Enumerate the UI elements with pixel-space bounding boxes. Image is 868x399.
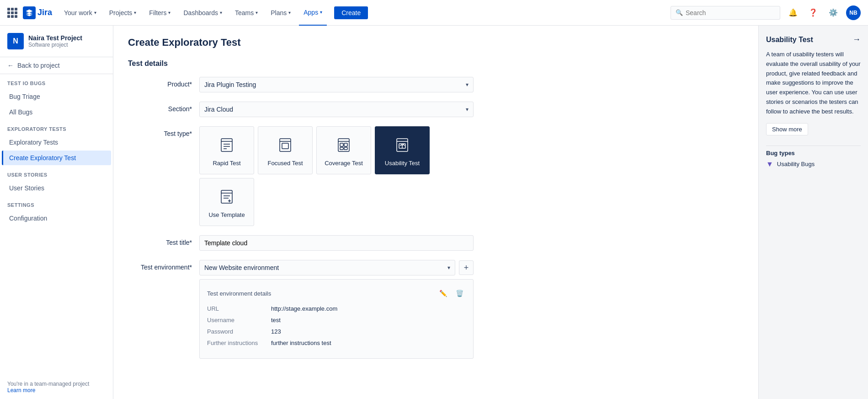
test-type-template[interactable]: Use Template xyxy=(199,178,254,226)
form-row-test-env: Test environment* New Website environmen… xyxy=(128,260,744,359)
use-template-icon xyxy=(216,186,238,208)
chevron-down-icon: ▾ xyxy=(168,10,170,15)
chevron-down-icon: ▾ xyxy=(466,81,469,88)
nav-filters[interactable]: Filters ▾ xyxy=(144,0,175,26)
env-field-url: URL http://stage.example.com xyxy=(207,305,466,312)
form-row-test-type: Test type* xyxy=(128,126,744,226)
sidebar-footer: You're in a team-managed project Learn m… xyxy=(0,375,113,399)
env-field-username: Username test xyxy=(207,317,466,324)
chevron-down-icon: ▾ xyxy=(220,10,222,15)
test-title-label: Test title* xyxy=(128,235,192,246)
search-icon: 🔍 xyxy=(676,9,683,16)
main-layout: N Naira Test Project Software project ← … xyxy=(0,26,868,399)
env-select[interactable]: New Website environment ▾ xyxy=(199,260,455,275)
create-button[interactable]: Create xyxy=(334,6,368,19)
env-edit-button[interactable]: ✏️ xyxy=(437,287,449,300)
usability-test-icon xyxy=(391,134,413,156)
sidebar-item-user-stories[interactable]: User Stories xyxy=(2,181,111,195)
sidebar: N Naira Test Project Software project ← … xyxy=(0,26,113,399)
nav-left: Jira Your work ▾ Projects ▾ Filters ▾ Da… xyxy=(7,0,368,26)
jira-logo[interactable]: Jira xyxy=(23,6,52,19)
bug-types-title: Bug types xyxy=(766,150,861,156)
right-panel-divider xyxy=(766,146,861,146)
sidebar-item-bug-triage[interactable]: Bug Triage xyxy=(2,89,111,104)
learn-more-link[interactable]: Learn more xyxy=(7,387,35,394)
env-details-title: Test environment details xyxy=(207,290,271,297)
topnav: Jira Your work ▾ Projects ▾ Filters ▾ Da… xyxy=(0,0,868,26)
show-more-button[interactable]: Show more xyxy=(766,123,808,135)
sidebar-item-configuration[interactable]: Configuration xyxy=(2,211,111,226)
svg-rect-7 xyxy=(282,143,288,149)
search-box[interactable]: 🔍 xyxy=(671,6,780,20)
rapid-test-label: Rapid Test xyxy=(213,160,240,167)
chevron-down-icon: ▾ xyxy=(447,264,450,271)
svg-rect-5 xyxy=(280,139,291,151)
nav-plans[interactable]: Plans ▾ xyxy=(266,0,295,26)
right-panel-header: Usability Test → xyxy=(766,35,861,44)
env-field-password: Password 123 xyxy=(207,328,466,335)
search-input[interactable] xyxy=(686,9,775,16)
project-icon: N xyxy=(7,33,24,49)
nav-projects[interactable]: Projects ▾ xyxy=(105,0,141,26)
test-type-focused[interactable]: Focused Test xyxy=(258,126,313,174)
help-button[interactable]: ❓ xyxy=(806,5,820,20)
use-template-label: Use Template xyxy=(208,211,245,218)
env-delete-button[interactable]: 🗑️ xyxy=(453,287,466,300)
sidebar-item-exploratory-tests[interactable]: Exploratory Tests xyxy=(2,135,111,150)
svg-rect-12 xyxy=(340,147,343,150)
nav-right: 🔍 🔔 ❓ ⚙️ NB xyxy=(671,5,861,20)
chevron-down-icon: ▾ xyxy=(288,10,291,15)
sidebar-section-exploratory: EXPLORATORY TESTS xyxy=(0,120,113,135)
coverage-test-icon xyxy=(333,134,355,156)
section-field: Jira Cloud ▾ xyxy=(199,102,474,117)
sidebar-item-all-bugs[interactable]: All Bugs xyxy=(2,105,111,119)
svg-rect-18 xyxy=(221,190,232,203)
nav-your-work[interactable]: Your work ▾ xyxy=(59,0,101,26)
sidebar-project-header: N Naira Test Project Software project xyxy=(0,26,113,57)
back-to-project[interactable]: ← Back to project xyxy=(0,57,113,74)
right-panel: Usability Test → A team of usability tes… xyxy=(758,26,868,399)
env-add-button[interactable]: + xyxy=(459,260,474,275)
test-types-group: Rapid Test Focused Test xyxy=(199,126,474,226)
focused-test-icon xyxy=(274,134,296,156)
product-select[interactable]: Jira Plugin Testing ▾ xyxy=(199,77,474,92)
test-type-label: Test type* xyxy=(128,126,192,137)
notifications-button[interactable]: 🔔 xyxy=(786,5,800,20)
svg-rect-13 xyxy=(344,147,347,150)
chevron-down-icon: ▾ xyxy=(320,10,322,15)
nav-apps[interactable]: Apps ▾ xyxy=(299,0,327,26)
apps-grid-icon[interactable] xyxy=(7,8,17,18)
svg-rect-10 xyxy=(340,143,343,146)
usability-test-label: Usability Test xyxy=(385,160,420,167)
sidebar-section-settings: SETTINGS xyxy=(0,196,113,210)
test-type-coverage[interactable]: Coverage Test xyxy=(316,126,371,174)
bug-type-usability: ▼ Usability Bugs xyxy=(766,160,861,168)
sidebar-section-bugs: TEST IO BUGS xyxy=(0,74,113,89)
test-title-input[interactable] xyxy=(199,235,474,251)
test-type-rapid[interactable]: Rapid Test xyxy=(199,126,254,174)
sidebar-item-create-exploratory-test[interactable]: Create Exploratory Test xyxy=(2,151,111,165)
form-row-section: Section* Jira Cloud ▾ xyxy=(128,102,744,117)
avatar[interactable]: NB xyxy=(846,5,861,20)
test-title-field xyxy=(199,235,474,251)
right-panel-arrow-icon[interactable]: → xyxy=(852,35,861,44)
right-panel-description: A team of usability testers will evaluat… xyxy=(766,50,861,117)
nav-teams[interactable]: Teams ▾ xyxy=(230,0,262,26)
section-select[interactable]: Jira Cloud ▾ xyxy=(199,102,474,117)
section-title-test-details: Test details xyxy=(128,59,744,68)
chevron-down-icon: ▾ xyxy=(94,10,96,15)
test-env-label: Test environment* xyxy=(128,260,192,271)
right-panel-title: Usability Test xyxy=(766,36,813,44)
nav-dashboards[interactable]: Dashboards ▾ xyxy=(179,0,227,26)
chevron-down-icon: ▾ xyxy=(134,10,136,15)
chevron-down-icon: ▾ xyxy=(256,10,258,15)
test-type-usability[interactable]: Usability Test xyxy=(375,126,430,174)
rapid-test-icon xyxy=(216,134,238,156)
settings-button[interactable]: ⚙️ xyxy=(826,5,841,20)
env-details-header: Test environment details ✏️ 🗑️ xyxy=(207,287,466,300)
sidebar-section-user-stories: USER STORIES xyxy=(0,166,113,180)
usability-bugs-icon: ▼ xyxy=(766,160,773,168)
env-field-further-instructions: Further instructions further instruction… xyxy=(207,340,466,346)
product-field: Jira Plugin Testing ▾ xyxy=(199,77,474,92)
product-label: Product* xyxy=(128,77,192,88)
